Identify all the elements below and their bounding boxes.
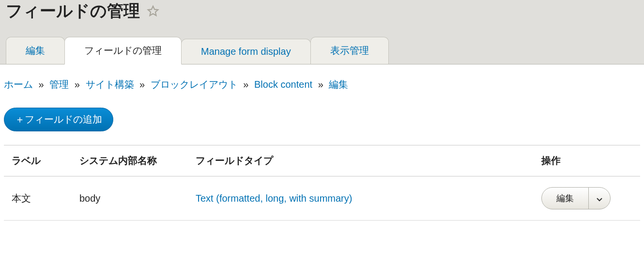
tab-edit[interactable]: 編集 [6,37,65,64]
table-row: 本文 body Text (formatted, long, with summ… [4,176,640,221]
breadcrumb-separator: » [243,79,248,90]
favorite-star-icon[interactable] [147,5,159,17]
breadcrumb-separator: » [139,79,145,90]
breadcrumb-separator: » [318,79,323,90]
breadcrumb-link[interactable]: ブロックレイアウト [151,79,238,90]
content-region: ホーム » 管理 » サイト構築 » ブロックレイアウト » Block con… [0,64,644,225]
cell-machine-name: body [72,176,188,221]
cell-field-type: Text (formatted, long, with summary) [188,176,534,221]
cell-label: 本文 [4,176,72,221]
dropbutton-toggle[interactable] [589,188,610,209]
th-label: ラベル [4,145,72,176]
operations-dropbutton: 編集 [541,187,611,209]
breadcrumb-separator: » [75,79,80,90]
breadcrumb: ホーム » 管理 » サイト構築 » ブロックレイアウト » Block con… [4,78,640,91]
primary-tabs: 編集 フィールドの管理 Manage form display 表示管理 [6,37,638,64]
breadcrumb-separator: » [39,79,44,90]
tab-manage-form-display[interactable]: Manage form display [181,39,311,64]
page-title-row: フィールドの管理 [6,0,638,37]
page-title: フィールドの管理 [6,0,140,22]
tab-manage-display[interactable]: 表示管理 [310,37,389,64]
th-operations: 操作 [534,145,640,176]
breadcrumb-link[interactable]: Block content [254,79,312,90]
fields-table: ラベル システム内部名称 フィールドタイプ 操作 本文 body Text (f… [4,145,640,221]
breadcrumb-link[interactable]: 管理 [49,79,69,90]
breadcrumb-link[interactable]: ホーム [4,79,33,90]
th-machine-name: システム内部名称 [72,145,188,176]
add-field-button[interactable]: ＋フィールドの追加 [4,108,113,131]
th-field-type: フィールドタイプ [188,145,534,176]
field-type-link[interactable]: Text (formatted, long, with summary) [196,193,352,204]
table-header-row: ラベル システム内部名称 フィールドタイプ 操作 [4,145,640,176]
cell-operations: 編集 [534,176,640,221]
breadcrumb-link[interactable]: 編集 [329,79,348,90]
edit-button[interactable]: 編集 [542,188,589,209]
tab-manage-fields[interactable]: フィールドの管理 [64,37,182,64]
breadcrumb-link[interactable]: サイト構築 [86,79,134,90]
chevron-down-icon [597,193,602,204]
header-region: フィールドの管理 編集 フィールドの管理 Manage form display… [0,0,644,64]
